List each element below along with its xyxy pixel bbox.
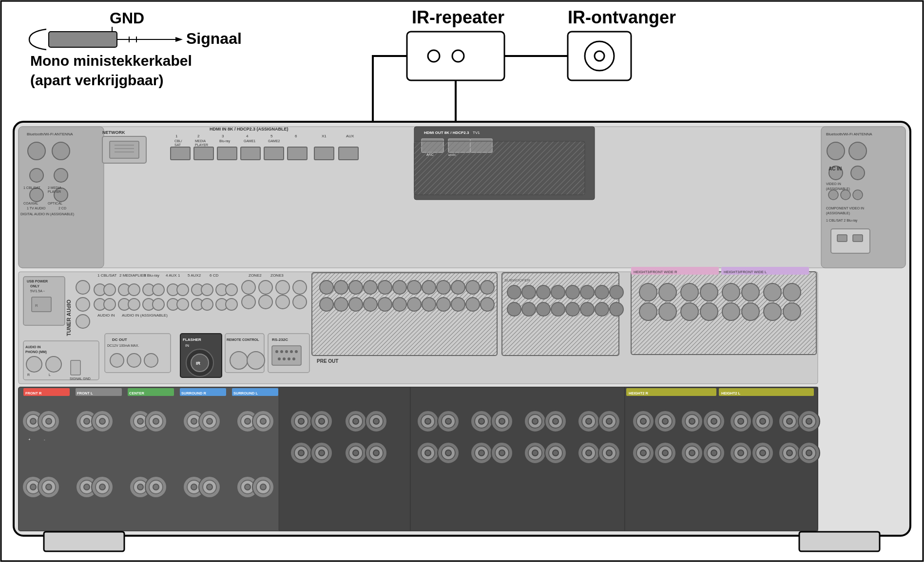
svg-point-49 <box>828 190 838 200</box>
usb-only-label: ONLY <box>30 284 39 288</box>
svg-point-131 <box>595 285 609 299</box>
svg-point-89 <box>276 281 289 294</box>
hdmi-in-header: HDMI IN 8K / HDCP2.3 (ASSIGNABLE) <box>210 127 289 131</box>
audio-aux2-label: 5 AUX2 <box>188 273 201 278</box>
front-r-minus: - <box>44 437 45 442</box>
svg-point-283 <box>499 450 505 456</box>
svg-rect-41 <box>414 141 585 195</box>
svg-point-122 <box>522 302 536 316</box>
svg-rect-52 <box>831 229 870 253</box>
svg-point-153 <box>285 350 288 353</box>
hdmi-game1-num: 4 <box>246 134 249 138</box>
svg-point-334 <box>711 450 717 456</box>
svg-rect-8 <box>407 32 504 80</box>
ac-in-label: AC IN <box>828 166 842 171</box>
svg-point-256 <box>479 418 484 424</box>
svg-point-157 <box>283 357 286 360</box>
remote-ctrl-label: REMOTE CONTROL <box>227 338 259 341</box>
svg-point-172 <box>722 303 740 320</box>
svg-point-63 <box>104 284 116 296</box>
svg-point-205 <box>137 418 143 424</box>
svg-point-21 <box>54 169 68 182</box>
svg-point-358 <box>99 484 105 490</box>
svg-point-83 <box>226 284 237 296</box>
svg-point-304 <box>662 418 668 424</box>
ir-repeater-label: IR-repeater <box>412 7 504 27</box>
svg-point-106 <box>407 281 421 294</box>
svg-point-316 <box>760 418 766 424</box>
svg-point-253 <box>445 418 451 424</box>
hdmi-out-label: HDMI OUT 8K / HDCP2.3 <box>424 131 469 135</box>
svg-point-234 <box>373 418 379 424</box>
svg-point-90 <box>276 295 289 309</box>
svg-point-100 <box>364 281 377 294</box>
svg-point-243 <box>353 450 359 456</box>
ir-ontvanger-label: IR-ontvanger <box>568 7 676 27</box>
svg-point-119 <box>507 285 521 299</box>
svg-point-152 <box>280 350 283 353</box>
svg-point-121 <box>522 285 536 299</box>
svg-point-124 <box>537 302 550 316</box>
svg-point-45 <box>827 142 845 160</box>
svg-point-175 <box>764 283 781 301</box>
svg-point-352 <box>46 484 52 490</box>
diagram-container: GND Signaal Mono ministekkerkabel (apart… <box>0 0 924 562</box>
bt-wifi-left: Bluetooth/Wi-Fi ANTENNA <box>27 132 73 136</box>
svg-point-202 <box>99 418 105 424</box>
svg-point-307 <box>689 418 695 424</box>
svg-point-265 <box>553 418 558 424</box>
subwoofer-label: SUBWOOFER <box>504 278 530 282</box>
svg-point-176 <box>764 303 781 320</box>
svg-rect-377 <box>44 532 124 551</box>
bt-wifi-right: Bluetooth/Wi-Fi ANTENNA <box>826 132 872 136</box>
svg-point-231 <box>353 418 359 424</box>
svg-point-170 <box>700 303 718 320</box>
phono-mm-label: PHONO (MM) <box>25 350 47 354</box>
hdmi-bluray-num: 3 <box>222 134 224 138</box>
svg-rect-35 <box>314 147 334 160</box>
svg-point-250 <box>425 418 431 424</box>
svg-point-120 <box>507 302 521 316</box>
svg-point-129 <box>580 285 594 299</box>
audio-in-assignable-label: AUDIO IN (ASSIGNABLE) <box>122 313 168 318</box>
svg-point-286 <box>532 450 538 456</box>
audio-bluray-label: 3 Blu-ray <box>144 273 159 278</box>
surround-l-label: SURROUND L <box>233 391 258 395</box>
media-player-label-left2: PLAYER <box>48 190 61 193</box>
center-label: CENTER <box>129 391 144 395</box>
svg-rect-34 <box>288 147 307 160</box>
svg-point-107 <box>407 298 421 311</box>
svg-point-46 <box>849 142 866 160</box>
svg-point-22 <box>30 188 43 202</box>
svg-point-116 <box>481 281 494 294</box>
svg-point-68 <box>128 299 140 310</box>
svg-point-159 <box>292 357 295 360</box>
svg-point-340 <box>760 450 766 456</box>
hdmi-6-num: 6 <box>295 134 297 138</box>
hdmi-game1-label: GAME1 <box>244 139 256 143</box>
svg-point-155 <box>295 350 298 353</box>
dc-out-label: DC OUT <box>112 337 127 342</box>
svg-point-91 <box>293 281 307 294</box>
usb-voltage: 5V/1.5A ⎓ <box>30 289 45 293</box>
svg-rect-53 <box>837 235 847 242</box>
svg-point-105 <box>393 298 406 311</box>
aux-label: AUX <box>346 134 354 138</box>
svg-point-134 <box>610 302 623 316</box>
svg-point-171 <box>722 283 740 301</box>
flasher-in-label: IN <box>185 343 189 348</box>
height2-r-section-label: HEIGHT2 R <box>629 391 649 395</box>
svg-rect-150 <box>272 346 301 365</box>
svg-point-211 <box>191 418 197 424</box>
ir-label-connector: IR <box>196 361 201 366</box>
svg-point-128 <box>566 302 579 316</box>
height2-l-section-label: HEIGHT2 L <box>721 391 741 395</box>
svg-point-163 <box>639 283 657 301</box>
svg-rect-11 <box>568 32 631 80</box>
network-label: NETWORK <box>102 130 125 135</box>
x1-label: X1 <box>322 134 327 138</box>
mono-cable-label-1: Mono ministekkerkabel <box>30 53 192 69</box>
svg-point-178 <box>783 303 801 320</box>
flasher-label: FLASHER <box>183 337 201 342</box>
svg-point-174 <box>742 303 759 320</box>
